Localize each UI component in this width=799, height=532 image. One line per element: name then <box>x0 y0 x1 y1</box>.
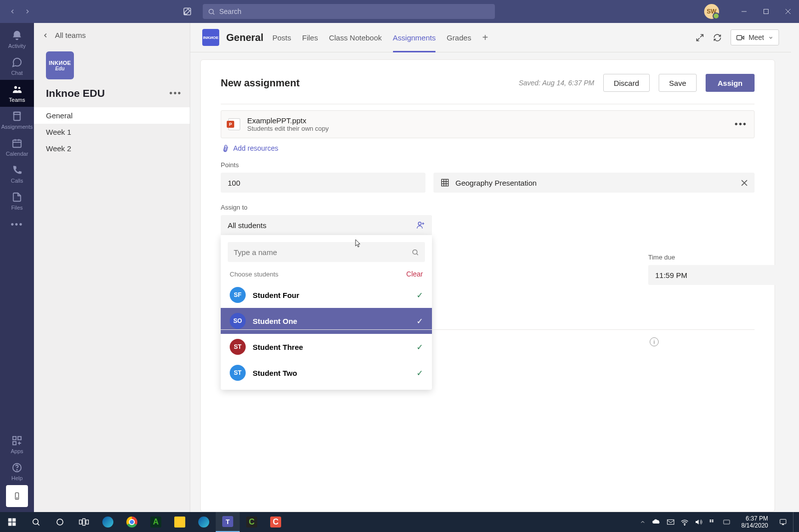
svg-rect-17 <box>13 442 16 445</box>
search-button[interactable] <box>24 512 48 532</box>
assignment-card: New assignment Saved: Aug 14, 6:37 PM Di… <box>200 59 775 512</box>
svg-rect-40 <box>8 523 12 526</box>
rail-help[interactable]: Help <box>0 458 34 485</box>
chevron-left-icon <box>42 32 49 39</box>
maximize-button[interactable] <box>755 0 777 23</box>
tab-posts[interactable]: Posts <box>272 23 291 52</box>
team-avatar[interactable]: INKИOE Edu <box>46 51 74 79</box>
taskbar-app-teams[interactable]: T <box>216 512 240 532</box>
rail-mobile-icon[interactable] <box>6 485 28 507</box>
assign-to-select[interactable]: All students <box>221 215 432 235</box>
student-item[interactable]: SO Student One ✓ <box>221 308 432 334</box>
team-more-button[interactable]: ••• <box>169 88 182 99</box>
compose-icon[interactable] <box>180 4 195 19</box>
student-avatar: SO <box>230 313 246 329</box>
tab-grades[interactable]: Grades <box>446 23 471 52</box>
channel-title: General <box>226 32 263 43</box>
add-tab-button[interactable]: + <box>482 32 488 43</box>
channel-week1[interactable]: Week 1 <box>34 124 190 140</box>
taskbar-app-edge[interactable] <box>96 512 120 532</box>
taskbar-app-edge2[interactable] <box>192 512 216 532</box>
tray-onedrive-icon[interactable] <box>652 519 661 525</box>
tab-files[interactable]: Files <box>302 23 318 52</box>
clear-selection-button[interactable]: Clear <box>406 270 423 278</box>
search-bar[interactable]: Search <box>203 4 495 19</box>
student-item[interactable]: SF Student Four ✓ <box>221 282 432 308</box>
assign-to-label: Assign to <box>221 204 755 211</box>
svg-point-42 <box>33 519 38 525</box>
student-search-input[interactable] <box>228 242 425 262</box>
taskbar-clock[interactable]: 6:37 PM 8/14/2020 <box>742 515 768 530</box>
tray-wifi-icon[interactable] <box>681 519 689 526</box>
rail-files[interactable]: Files <box>0 188 34 215</box>
channel-week2[interactable]: Week 2 <box>34 140 190 157</box>
minimize-button[interactable] <box>733 0 755 23</box>
team-name: Inknoe EDU <box>46 87 105 99</box>
forward-button[interactable] <box>20 4 35 19</box>
student-item[interactable]: ST Student Three ✓ <box>221 334 432 360</box>
student-avatar: SF <box>230 287 246 303</box>
tray-chevron-up-icon[interactable] <box>640 519 646 525</box>
meet-button[interactable]: Meet <box>731 29 779 45</box>
svg-rect-41 <box>12 523 16 526</box>
taskbar-app-camtasia2[interactable]: C <box>264 512 288 532</box>
student-picker-popover: Choose students Clear SF Student Four ✓ … <box>221 235 432 390</box>
show-desktop-button[interactable] <box>793 512 796 532</box>
svg-point-1 <box>209 9 214 13</box>
add-resources-link[interactable]: Add resources <box>222 144 755 152</box>
tab-class-notebook[interactable]: Class Notebook <box>329 23 382 52</box>
tray-volume-icon[interactable] <box>695 519 703 526</box>
remove-rubric-button[interactable] <box>741 180 748 186</box>
svg-rect-15 <box>13 437 16 440</box>
add-person-icon[interactable] <box>416 221 425 230</box>
rail-activity[interactable]: Activity <box>0 26 34 53</box>
tray-language-icon[interactable] <box>723 519 731 526</box>
rubric-chip[interactable]: Geography Presentation <box>433 173 755 193</box>
svg-point-23 <box>16 498 17 498</box>
points-input[interactable]: 100 <box>221 173 425 193</box>
close-button[interactable] <box>777 0 799 23</box>
tray-mail-icon[interactable] <box>667 519 675 525</box>
attachment-more-button[interactable]: ••• <box>735 119 747 130</box>
task-view-button[interactable] <box>72 512 96 532</box>
rail-assignments[interactable]: Assignments <box>0 107 34 134</box>
main-area: INKИOE General Posts Files Class Noteboo… <box>190 23 791 512</box>
save-button[interactable]: Save <box>659 74 697 92</box>
time-due-input[interactable]: 11:59 PM <box>648 265 791 285</box>
discard-button[interactable]: Discard <box>603 74 650 92</box>
check-icon: ✓ <box>416 368 423 378</box>
notifications-icon[interactable] <box>779 518 787 526</box>
refresh-icon[interactable] <box>713 33 722 42</box>
student-name: Student One <box>253 317 297 325</box>
start-button[interactable] <box>0 512 24 532</box>
rail-teams[interactable]: Teams <box>0 80 34 107</box>
taskbar-app-anaconda[interactable]: A <box>144 512 168 532</box>
expand-icon[interactable] <box>696 33 704 42</box>
all-teams-link[interactable]: All teams <box>34 23 190 43</box>
taskbar-app-chrome[interactable] <box>120 512 144 532</box>
rail-apps[interactable]: Apps <box>0 431 34 458</box>
attachment-row[interactable]: ExamplePPT.pptx Students edit their own … <box>221 110 755 138</box>
tray-dropbox-icon[interactable] <box>709 519 717 526</box>
svg-rect-9 <box>14 112 20 121</box>
rail-chat[interactable]: Chat <box>0 53 34 80</box>
assign-button[interactable]: Assign <box>706 74 755 92</box>
svg-line-43 <box>37 524 39 525</box>
back-button[interactable] <box>5 4 20 19</box>
profile-avatar[interactable]: SW <box>704 4 719 19</box>
cortana-button[interactable] <box>48 512 72 532</box>
taskbar-app-camtasia1[interactable]: C <box>240 512 264 532</box>
svg-rect-11 <box>13 140 21 148</box>
channel-general[interactable]: General <box>34 107 190 124</box>
channel-avatar: INKИOE <box>202 29 219 46</box>
svg-point-21 <box>16 470 17 470</box>
taskbar-app-explorer[interactable] <box>168 512 192 532</box>
scrollbar[interactable] <box>791 23 799 512</box>
svg-point-32 <box>418 222 421 225</box>
student-item[interactable]: ST Student Two ✓ <box>221 360 432 386</box>
rail-calls[interactable]: Calls <box>0 161 34 188</box>
rail-more[interactable]: ••• <box>0 215 34 235</box>
info-icon[interactable]: i <box>650 337 659 346</box>
tab-assignments[interactable]: Assignments <box>393 23 436 52</box>
rail-calendar[interactable]: Calendar <box>0 134 34 161</box>
